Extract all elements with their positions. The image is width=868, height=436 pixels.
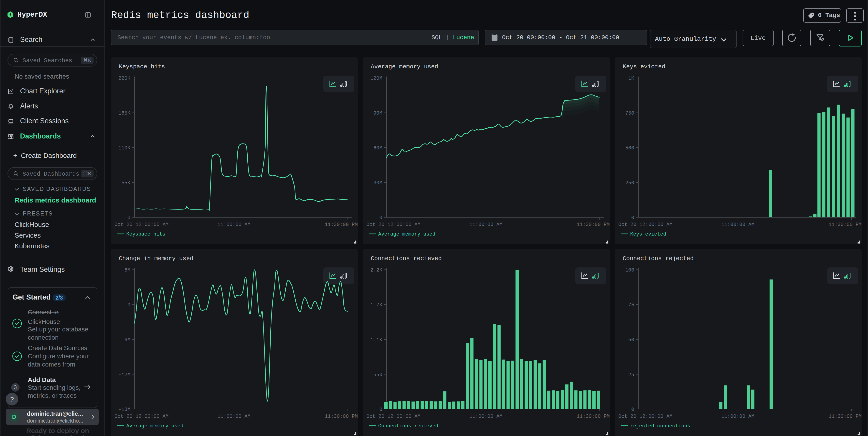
svg-text:11:30:00 PM: 11:30:00 PM — [325, 414, 358, 419]
svg-text:0: 0 — [631, 215, 634, 221]
svg-text:11:30:00 PM: 11:30:00 PM — [829, 222, 862, 228]
svg-text:100: 100 — [625, 267, 634, 273]
svg-text:Average memory used: Average memory used — [378, 231, 435, 237]
svg-text:11:30:00 PM: 11:30:00 PM — [577, 414, 610, 419]
svg-text:Average memory used: Average memory used — [126, 423, 183, 429]
svg-text:0: 0 — [631, 407, 634, 412]
svg-text:30M: 30M — [373, 180, 382, 186]
svg-text:90M: 90M — [373, 111, 382, 116]
svg-text:11:00:00 AM: 11:00:00 AM — [721, 222, 754, 228]
svg-text:Keys evicted: Keys evicted — [623, 63, 665, 70]
svg-text:Connections recieved: Connections recieved — [371, 255, 442, 262]
svg-text:Keyspace hits: Keyspace hits — [119, 63, 165, 70]
svg-text:Oct 20 12:00:00 AM: Oct 20 12:00:00 AM — [618, 414, 673, 419]
svg-text:Connections rejected: Connections rejected — [623, 255, 694, 262]
svg-text:Keyspace hits: Keyspace hits — [126, 231, 165, 237]
svg-text:-12M: -12M — [118, 372, 130, 378]
svg-text:Oct 20 12:00:00 AM: Oct 20 12:00:00 AM — [618, 222, 673, 228]
svg-text:550: 550 — [373, 372, 382, 378]
svg-text:11:30:00 PM: 11:30:00 PM — [577, 222, 610, 228]
svg-text:120M: 120M — [370, 76, 382, 81]
svg-text:1.7K: 1.7K — [370, 302, 382, 308]
svg-text:Oct 20 12:00:00 AM: Oct 20 12:00:00 AM — [366, 222, 421, 228]
svg-text:Oct 20 12:00:00 AM: Oct 20 12:00:00 AM — [366, 414, 421, 419]
svg-text:11:30:00 PM: 11:30:00 PM — [325, 222, 358, 228]
svg-text:25: 25 — [628, 372, 634, 378]
svg-text:Keys evicted: Keys evicted — [630, 231, 666, 237]
svg-text:0: 0 — [379, 407, 382, 412]
svg-text:6M: 6M — [124, 267, 130, 273]
svg-text:11:00:00 AM: 11:00:00 AM — [469, 222, 502, 228]
svg-text:220K: 220K — [118, 76, 131, 81]
svg-text:75: 75 — [628, 302, 634, 308]
svg-text:-18M: -18M — [118, 407, 130, 412]
svg-text:0: 0 — [379, 215, 382, 221]
svg-text:1K: 1K — [628, 76, 634, 81]
svg-text:0: 0 — [127, 215, 130, 221]
svg-text:55K: 55K — [121, 180, 130, 186]
svg-text:2.2K: 2.2K — [370, 267, 382, 273]
svg-text:Average memory used: Average memory used — [371, 63, 438, 70]
svg-text:500: 500 — [625, 145, 634, 151]
svg-text:11:30:00 PM: 11:30:00 PM — [829, 414, 862, 419]
svg-text:11:00:00 AM: 11:00:00 AM — [217, 414, 250, 419]
svg-text:1.1K: 1.1K — [370, 337, 382, 343]
svg-text:-6M: -6M — [121, 337, 130, 343]
svg-text:Change in memory used: Change in memory used — [119, 255, 193, 262]
svg-text:11:00:00 AM: 11:00:00 AM — [469, 414, 502, 419]
svg-text:0: 0 — [127, 302, 130, 308]
svg-text:750: 750 — [625, 111, 634, 116]
svg-text:60M: 60M — [373, 145, 382, 151]
svg-text:rejected connections: rejected connections — [630, 423, 690, 429]
svg-text:Oct 20 12:00:00 AM: Oct 20 12:00:00 AM — [115, 414, 168, 419]
svg-text:Oct 20 12:00:00 AM: Oct 20 12:00:00 AM — [115, 222, 168, 228]
svg-text:250: 250 — [625, 180, 634, 186]
svg-text:Connections recieved: Connections recieved — [378, 423, 438, 429]
svg-text:11:00:00 AM: 11:00:00 AM — [721, 414, 754, 419]
svg-text:110K: 110K — [118, 145, 131, 151]
svg-text:11:00:00 AM: 11:00:00 AM — [217, 222, 250, 228]
svg-text:50: 50 — [628, 337, 634, 343]
svg-text:165K: 165K — [118, 111, 131, 116]
